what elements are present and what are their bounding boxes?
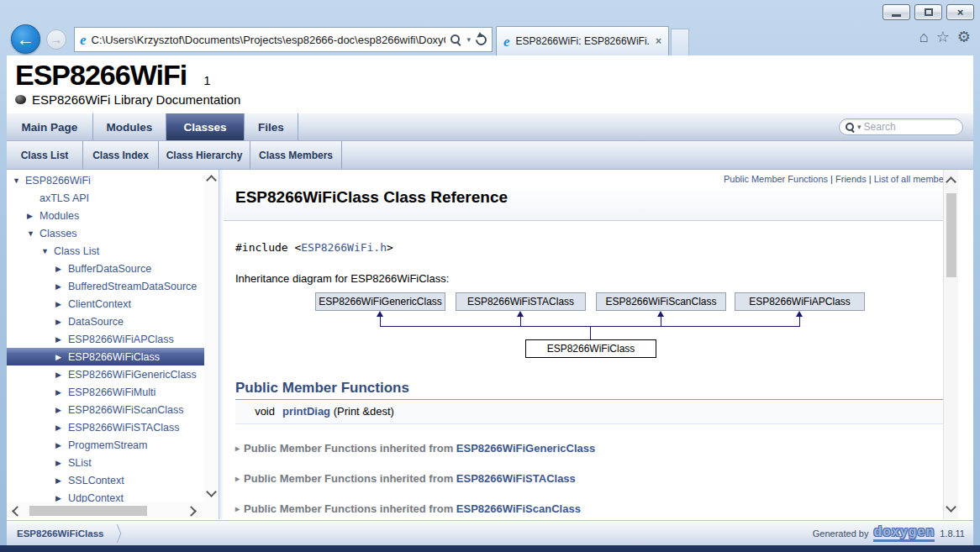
new-tab-button[interactable] bbox=[671, 29, 689, 55]
gear-icon[interactable]: ⚙ bbox=[957, 29, 971, 45]
minimize-button[interactable] bbox=[883, 4, 910, 20]
link-public-member-functions[interactable]: Public Member Functions bbox=[724, 174, 828, 184]
diagram-line bbox=[661, 317, 661, 326]
tab-class-index[interactable]: Class Index bbox=[83, 141, 159, 169]
doxygen-logo[interactable]: doxygen bbox=[873, 525, 935, 542]
tab-class-members[interactable]: Class Members bbox=[250, 141, 342, 169]
inherited-class-link[interactable]: ESP8266WiFiScanClass bbox=[456, 502, 581, 515]
tree-item-esp8266wifimulti[interactable]: ▶ESP8266WiFiMulti bbox=[7, 383, 208, 401]
inherited-class-link[interactable]: ESP8266WiFiGenericClass bbox=[456, 442, 595, 455]
refresh-icon[interactable] bbox=[473, 32, 488, 47]
diagram-node-scanclass[interactable]: ESP8266WiFiScanClass bbox=[596, 292, 726, 311]
scroll-up-icon[interactable] bbox=[946, 176, 956, 187]
content-vertical-scrollbar[interactable] bbox=[943, 170, 958, 519]
tree-collapsed-icon[interactable]: ▶ bbox=[55, 265, 68, 273]
link-friends[interactable]: Friends bbox=[835, 174, 867, 184]
chevron-down-icon[interactable]: ▾ bbox=[466, 35, 471, 44]
tree-collapsed-icon[interactable]: ▶ bbox=[55, 494, 68, 502]
tab-class-list[interactable]: Class List bbox=[7, 141, 83, 169]
breadcrumb[interactable]: ESP8266WiFiClass bbox=[17, 528, 103, 539]
scrollbar-thumb[interactable] bbox=[946, 193, 956, 277]
tree-item-esp8266wifistaclass[interactable]: ▶ESP8266WiFiSTAClass bbox=[7, 418, 208, 436]
browser-tab[interactable]: e ESP8266WiFi: ESP8266WiFi... × bbox=[496, 26, 669, 55]
tree-item-clientcontext[interactable]: ▶ClientContext bbox=[7, 295, 208, 313]
tree-item-bufferdatasource[interactable]: ▶BufferDataSource bbox=[7, 260, 208, 277]
tree-item-classes[interactable]: ▼Classes bbox=[7, 224, 208, 242]
home-icon[interactable]: ⌂ bbox=[919, 29, 929, 45]
tree-item-axtls-api[interactable]: axTLS API bbox=[7, 189, 208, 207]
tab-close-icon[interactable]: × bbox=[656, 35, 661, 47]
member-return-type: void bbox=[235, 405, 282, 418]
diagram-node-wificlass[interactable]: ESP8266WiFiClass bbox=[525, 339, 656, 358]
inherited-section-scanclass[interactable]: ▸ Public Member Functions inherited from… bbox=[235, 502, 946, 515]
tree-item-esp8266wifiscanclass[interactable]: ▶ESP8266WiFiScanClass bbox=[7, 401, 208, 418]
forward-button[interactable]: → bbox=[46, 29, 66, 50]
back-button[interactable]: ← bbox=[11, 24, 40, 54]
scrollbar-thumb[interactable] bbox=[29, 506, 147, 516]
tree-collapsed-icon[interactable]: ▶ bbox=[55, 476, 68, 485]
tree-item-sslcontext[interactable]: ▶SSLContext bbox=[7, 471, 208, 489]
scroll-right-icon[interactable] bbox=[186, 506, 197, 517]
tree-collapsed-icon[interactable]: ▶ bbox=[55, 300, 68, 308]
tree-item-slist[interactable]: ▶SList bbox=[7, 454, 208, 471]
tree-collapsed-icon[interactable]: ▶ bbox=[55, 318, 68, 326]
tree-item-esp8266wifi[interactable]: ▼ESP8266WiFi bbox=[7, 171, 208, 189]
tree-item-label: ESP8266WiFi bbox=[25, 175, 91, 187]
tree-item-esp8266wifiapclass[interactable]: ▶ESP8266WiFiAPClass bbox=[7, 330, 208, 348]
link-list-of-all-members[interactable]: List of all members bbox=[874, 174, 951, 184]
tree-expanded-icon[interactable]: ▼ bbox=[27, 229, 40, 238]
section-heading-public-member-functions: Public Member Functions bbox=[235, 380, 946, 400]
favorites-star-icon[interactable]: ☆ bbox=[936, 29, 950, 45]
tree-item-esp8266wificlass-selected[interactable]: ▶ESP8266WiFiClass bbox=[7, 348, 208, 365]
restore-button[interactable] bbox=[914, 4, 942, 20]
address-bar[interactable]: e C:\Users\Krzysztof\Documents\Projects\… bbox=[74, 27, 493, 52]
tree-collapsed-icon[interactable]: ▶ bbox=[55, 335, 68, 344]
close-button[interactable]: × bbox=[946, 4, 974, 20]
doc-search-box[interactable]: ▾ bbox=[839, 118, 963, 135]
tree-collapsed-icon[interactable]: ▶ bbox=[55, 423, 68, 432]
inherited-class-link[interactable]: ESP8266WiFiSTAClass bbox=[456, 472, 576, 485]
inherited-section-staclass[interactable]: ▸ Public Member Functions inherited from… bbox=[235, 472, 946, 485]
tree-collapsed-icon[interactable]: ▶ bbox=[55, 282, 68, 291]
tree-expanded-icon[interactable]: ▼ bbox=[41, 247, 54, 255]
inherited-section-genericclass[interactable]: ▸ Public Member Functions inherited from… bbox=[235, 442, 946, 455]
tree-item-datasource[interactable]: ▶DataSource bbox=[7, 313, 208, 330]
sidebar-horizontal-scrollbar[interactable] bbox=[7, 502, 219, 519]
tree-item-bufferedstreamdatasource[interactable]: ▶BufferedStreamDataSource bbox=[7, 277, 208, 295]
tree-expanded-icon[interactable]: ▼ bbox=[13, 176, 25, 185]
tree-item-class-list[interactable]: ▼Class List bbox=[7, 242, 208, 260]
tab-classes[interactable]: Classes bbox=[166, 113, 245, 140]
tree-collapsed-icon[interactable]: ▶ bbox=[55, 441, 68, 449]
tree-collapsed-icon[interactable]: ▶ bbox=[55, 371, 68, 379]
scroll-down-icon[interactable] bbox=[206, 486, 217, 497]
diagram-node-apclass[interactable]: ESP8266WiFiAPClass bbox=[735, 292, 865, 311]
tree-collapsed-icon[interactable]: ▶ bbox=[55, 406, 68, 414]
tab-class-hierarchy[interactable]: Class Hierarchy bbox=[159, 141, 250, 169]
tab-modules[interactable]: Modules bbox=[93, 113, 166, 140]
tree-collapsed-icon[interactable]: ▶ bbox=[27, 212, 40, 220]
tree-collapsed-icon[interactable]: ▶ bbox=[55, 353, 68, 361]
sidebar-vertical-scrollbar[interactable] bbox=[204, 170, 219, 502]
tab-files[interactable]: Files bbox=[245, 113, 298, 140]
tree-collapsed-icon[interactable]: ▶ bbox=[55, 388, 68, 397]
member-name-link[interactable]: printDiag bbox=[282, 405, 330, 418]
search-icon[interactable] bbox=[450, 34, 461, 45]
search-input[interactable] bbox=[864, 121, 956, 133]
diagram-node-staclass[interactable]: ESP8266WiFiSTAClass bbox=[456, 292, 586, 311]
chevron-down-icon[interactable]: ▾ bbox=[857, 123, 861, 131]
diagram-node-genericclass[interactable]: ESP8266WiFiGenericClass bbox=[315, 292, 445, 311]
tree-item-label: BufferedStreamDataSource bbox=[68, 281, 197, 292]
scroll-down-icon[interactable] bbox=[946, 502, 956, 513]
url-text[interactable]: C:\Users\Krzysztof\Documents\Projects\es… bbox=[92, 34, 446, 46]
tab-main-page[interactable]: Main Page bbox=[7, 113, 93, 140]
tree-item-modules[interactable]: ▶Modules bbox=[7, 207, 208, 224]
scroll-left-icon[interactable] bbox=[12, 506, 23, 517]
window-controls: × bbox=[883, 4, 974, 20]
scroll-up-icon[interactable] bbox=[206, 175, 217, 186]
tree-collapsed-icon[interactable]: ▶ bbox=[55, 459, 68, 467]
doc-content: Public Member Functions | Friends | List… bbox=[224, 170, 958, 519]
tree-item-esp8266wifigenericclass[interactable]: ▶ESP8266WiFiGenericClass bbox=[7, 365, 208, 383]
tree-item-progmemstream[interactable]: ▶ProgmemStream bbox=[7, 436, 208, 454]
include-file-link[interactable]: ESP8266WiFi.h bbox=[301, 241, 387, 254]
inheritance-arrow-icon bbox=[517, 311, 524, 317]
